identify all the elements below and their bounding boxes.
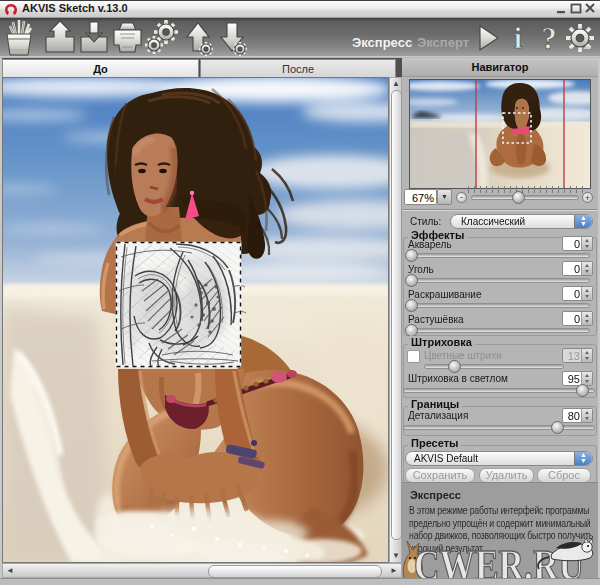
svg-text:?: ? <box>541 21 557 56</box>
svg-text:i: i <box>514 21 522 54</box>
